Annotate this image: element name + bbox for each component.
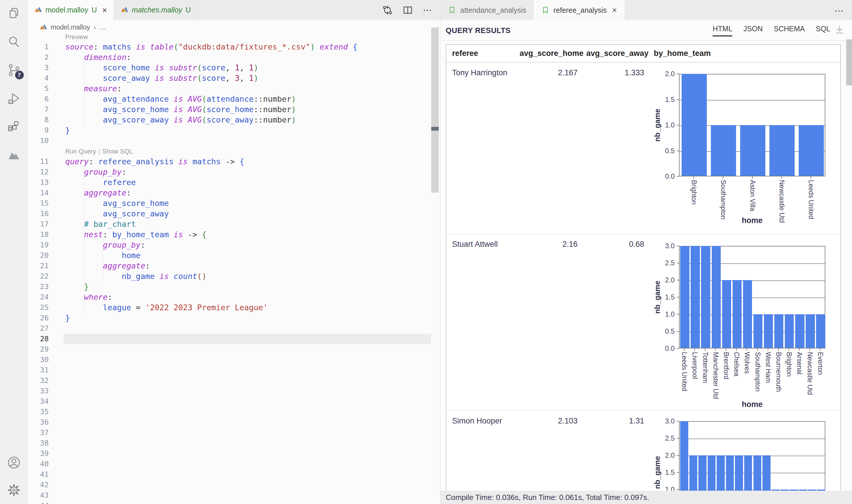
x-tick-mark [723,176,723,179]
avg-score-home-value: 2.16 [520,240,578,249]
download-icon[interactable] [834,25,845,35]
activity-bar: 7 [0,0,28,504]
breadcrumb[interactable]: model.malloy › … [28,20,440,35]
x-tick-label: Arsenal [796,352,803,375]
more-actions[interactable]: ⋯ [423,5,433,16]
source-control-icon[interactable]: 7 [7,63,21,77]
run-query-link[interactable]: Run Query [65,148,96,155]
editor-group: model.malloyU×matches.malloyU ⋯ model.ma… [28,0,440,504]
y-tick-label: 2.5 [652,259,675,267]
code-line-3: score_home is substr(score, 1, 1) [65,62,259,73]
bar-Arsenal [795,314,804,348]
code-line-5: measure: [65,84,122,94]
extensions-icon[interactable] [7,120,21,134]
x-tick-label: Leeds United [807,180,815,219]
show-sql-link[interactable]: Show SQL [102,148,133,155]
code-line-12: group_by: [65,167,126,177]
line-number: 39 [28,448,49,459]
x-tick-mark [752,176,752,179]
x-tick-label: Bournemouth [775,352,782,392]
y-tick-mark [677,263,679,263]
bar-Tottenham [701,246,710,348]
x-tick-mark [715,348,716,351]
code-line-13: referee [65,177,136,188]
x-tick-mark [781,176,782,179]
code-editor[interactable]: PreviewRun Query|Show SQL1source: matchs… [28,35,440,504]
code-line-17: # bar_chart [65,219,136,229]
bar-Aston Villa [740,125,766,176]
line-number: 35 [28,407,49,417]
line-number: 11 [28,157,49,167]
editor-tab-matches.malloy[interactable]: matches.malloyU [114,0,198,20]
line-number: 10 [28,136,49,146]
format-tab-sql[interactable]: SQL [816,24,830,36]
run-debug-icon[interactable] [7,92,21,105]
line-number: 30 [28,355,49,365]
gridline [679,438,825,439]
account-icon[interactable] [7,456,21,470]
line-number: 25 [28,302,49,313]
open-changes-icon[interactable] [382,5,393,15]
bar-Brighton [785,314,794,348]
line-number: 21 [28,261,49,271]
bar-b2 [698,455,706,491]
bar-b8 [753,455,761,491]
format-tab-schema[interactable]: SCHEMA [774,24,805,36]
y-tick-mark [677,314,679,314]
editor-scrollbar[interactable] [431,28,439,193]
panel-scrollbar[interactable] [846,39,852,86]
bar-b4 [717,455,725,491]
code-line-9: } [65,125,70,136]
search-icon[interactable] [7,35,21,49]
format-tab-html[interactable]: HTML [713,24,732,36]
panel-tab-bar: attendance_analysisreferee_analysis× [441,0,852,20]
x-tick-label: Brentford [722,352,730,379]
line-number: 23 [28,282,49,292]
table-header-row: refereeavg_score_homeavg_score_awayby_ho… [446,45,840,62]
y-tick-mark [677,150,679,151]
current-line-highlight [64,334,431,344]
close-icon[interactable]: × [102,6,107,15]
x-tick-mark [799,348,800,351]
bar-chart-plot [679,421,826,491]
breadcrumb-file[interactable]: model.malloy [51,23,90,31]
x-tick-label: Brighton [690,180,698,205]
y-tick-label: 0.0 [652,344,675,353]
line-number: 28 [28,334,49,344]
breadcrumb-ellipsis[interactable]: … [100,23,106,31]
bar-Leeds United [680,246,689,348]
bar-Southampton [711,125,736,176]
preview-codelens[interactable]: Preview [65,35,88,42]
line-number: 16 [28,209,49,219]
x-tick-mark [684,348,685,351]
line-number: 1 [28,42,49,52]
bar-b3 [708,455,715,491]
line-number: 32 [28,375,49,386]
referee-name: Stuart Attwell [452,240,498,249]
panel-header: QUERY RESULTS HTMLJSONSCHEMASQL [441,20,852,40]
tab-label: model.malloy [46,6,88,14]
x-tick-label: West Ham [764,352,772,383]
line-number: 29 [28,344,49,355]
panel-more-actions[interactable]: ⋯ [834,5,844,16]
close-icon[interactable]: × [612,5,617,15]
y-tick-mark [677,455,679,456]
results-table: refereeavg_score_homeavg_score_awayby_ho… [446,44,841,491]
x-tick-label: Leeds United [680,352,688,391]
editor-tab-model.malloy[interactable]: model.malloyU× [28,0,114,20]
bar-b1 [689,455,697,491]
panel-tab-attendance_analysis[interactable]: attendance_analysis [441,0,534,20]
malloy-icon[interactable] [7,148,21,162]
split-editor-icon[interactable] [403,5,413,15]
format-switcher: HTMLJSONSCHEMASQL [713,20,830,40]
panel-tab-referee_analysis[interactable]: referee_analysis× [534,0,624,20]
x-axis-title: home [742,216,762,225]
y-tick-mark [677,297,679,298]
format-tab-json[interactable]: JSON [743,24,763,36]
settings-gear-icon[interactable] [7,483,21,497]
bar-Bournemouth [774,314,783,348]
explorer-icon[interactable] [7,6,21,20]
line-number: 31 [28,365,49,375]
line-number: 17 [28,219,49,229]
panel-title: QUERY RESULTS [446,26,511,35]
